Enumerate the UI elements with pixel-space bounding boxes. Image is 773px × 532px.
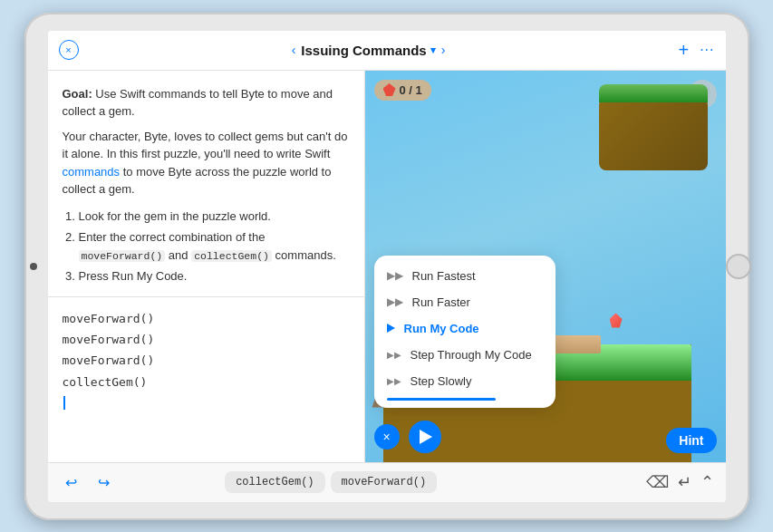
run-faster-item[interactable]: ▶▶ Run Faster [374,289,556,315]
run-faster-label: Run Faster [412,295,470,309]
description-text: Your character, Byte, loves to collect g… [63,130,348,161]
score-badge: 0 / 1 [374,80,431,101]
top-actions: + ··· [678,40,714,61]
main-content: Goal: Use Swift commands to tell Byte to… [48,71,726,462]
step-3: Press Run My Code. [79,267,350,285]
undo-button[interactable]: ↩ [59,469,84,495]
commands-link[interactable]: commands [63,165,121,179]
keyboard-toggle-button[interactable]: ⌃ [701,472,714,492]
code-tag-collectgem: collectGem() [191,250,272,262]
undo-icon: ↩ [65,474,77,491]
snippet-buttons: collectGem() moveForward() [225,471,437,493]
game-scene: 0 / 1 🔊 [365,71,726,462]
run-my-code-icon [387,324,395,333]
code-cursor-line [63,392,350,413]
step-slowly-label: Step Slowly [411,374,472,388]
run-controls: × [374,421,441,453]
run-button[interactable] [409,421,441,453]
cursor [63,396,65,410]
keyboard-tools: ⌫ ↵ ⌃ [646,472,714,492]
run-menu: ▶▶ Run Fastest ▶▶ Run Faster [374,256,556,408]
step-1: Look for the gem in the puzzle world. [79,208,350,226]
nav-forward-button[interactable]: › [441,43,446,57]
goal-label: Goal: [63,87,92,101]
nav-area: ‹ Issuing Commands ▾ › [59,43,679,58]
code-line-2: moveForward() [63,329,350,350]
return-button[interactable]: ↵ [678,472,691,492]
hint-button[interactable]: Hint [666,428,716,453]
title-pill: Issuing Commands ▾ [301,43,435,58]
step-slowly-item[interactable]: ▶▶ Step Slowly [374,368,556,394]
cancel-icon: × [382,430,390,444]
code-line-1: moveForward() [63,308,350,329]
code-line-4: collectGem() [63,372,350,392]
side-dot [30,263,37,270]
keyboard-toggle-icon: ⌃ [701,472,714,492]
home-button[interactable] [726,254,751,279]
description-section: Your character, Byte, loves to collect g… [63,128,350,198]
right-panel: 0 / 1 🔊 [365,71,726,462]
step-slowly-icon: ▶▶ [387,376,401,386]
instructions-panel: Goal: Use Swift commands to tell Byte to… [48,71,364,297]
step-through-label: Step Through My Code [411,348,532,362]
run-menu-progress-bar [387,398,496,401]
run-my-code-label: Run My Code [404,322,479,335]
nav-back-button[interactable]: ‹ [292,43,296,57]
island-decoration [599,98,708,170]
step-through-icon: ▶▶ [387,350,401,360]
code-line-3: moveForward() [63,350,350,371]
return-icon: ↵ [678,472,691,492]
top-bar: × ‹ Issuing Commands ▾ › + ··· [48,31,726,71]
left-panel: Goal: Use Swift commands to tell Byte to… [48,71,365,462]
screen: × ‹ Issuing Commands ▾ › + ··· [48,31,726,502]
add-button[interactable]: + [678,40,689,61]
run-fastest-label: Run Fastest [412,269,476,283]
run-play-icon [420,430,432,444]
cancel-button[interactable]: × [374,424,400,450]
goal-section: Goal: Use Swift commands to tell Byte to… [63,85,350,121]
hint-label: Hint [679,433,703,448]
step-through-item[interactable]: ▶▶ Step Through My Code [374,342,556,368]
collect-gem-snippet[interactable]: collectGem() [225,471,324,493]
backspace-icon: ⌫ [646,472,669,492]
code-tag-moveforward: moveForward() [79,250,166,262]
redo-button[interactable]: ↪ [92,469,117,495]
ipad-device: × ‹ Issuing Commands ▾ › + ··· [24,13,749,520]
page-title: Issuing Commands [301,43,426,58]
backspace-button[interactable]: ⌫ [646,472,669,492]
gem-collectible [610,314,623,328]
code-editor[interactable]: moveForward() moveForward() moveForward(… [48,297,364,462]
run-my-code-item[interactable]: Run My Code [374,315,556,342]
more-button[interactable]: ··· [700,42,714,58]
step-2: Enter the correct combination of the mov… [79,228,350,264]
run-faster-icon: ▶▶ [387,295,403,308]
move-forward-snippet[interactable]: moveForward() [331,471,438,493]
run-fastest-item[interactable]: ▶▶ Run Fastest [374,263,556,289]
steps-list: Look for the gem in the puzzle world. En… [63,208,350,285]
goal-text: Use Swift commands to tell Byte to move … [63,87,333,119]
title-dropdown-icon[interactable]: ▾ [430,44,436,56]
score-text: 0 / 1 [400,83,422,97]
run-fastest-icon: ▶▶ [387,269,403,282]
redo-icon: ↪ [98,474,110,491]
bottom-bar: ↩ ↪ collectGem() moveForward() ⌫ [48,462,726,502]
gem-score-icon [383,83,396,96]
